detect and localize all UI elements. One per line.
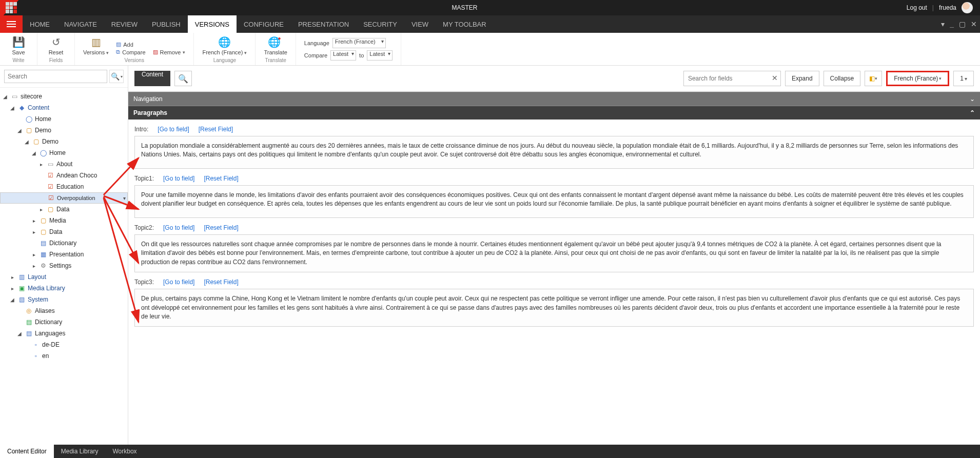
go-to-field-link[interactable]: [Go to field]: [163, 175, 194, 182]
compare-version-button[interactable]: ⧉ Compare: [116, 49, 145, 55]
tree-node-de-de[interactable]: ▫de-DE: [0, 339, 128, 350]
language-select[interactable]: French (France): [332, 38, 386, 48]
tree-node-home[interactable]: ◢◯Home: [0, 147, 128, 158]
tree-node-data[interactable]: ▸▢Data: [0, 204, 128, 215]
close-icon[interactable]: ✕: [971, 20, 977, 28]
tree-node-aliases[interactable]: ◎Aliases: [0, 305, 128, 316]
tree-node-home[interactable]: ◯Home: [0, 113, 128, 125]
reset-button[interactable]: ↺ Reset: [46, 36, 66, 55]
menu-tab-home[interactable]: HOME: [23, 15, 57, 33]
tree-node-languages[interactable]: ◢▤Languages: [0, 328, 128, 339]
collapse-icon[interactable]: ◢: [9, 105, 15, 111]
bottom-tab-workbox[interactable]: Workbox: [105, 445, 144, 458]
menu-tab-presentation[interactable]: PRESENTATION: [291, 15, 356, 33]
expand-icon[interactable]: ▸: [31, 252, 37, 257]
field-value[interactable]: On dit que les ressources naturelles son…: [134, 234, 974, 272]
avatar[interactable]: [962, 2, 973, 13]
field-value[interactable]: De plus, certains pays comme la Chine, H…: [134, 289, 974, 327]
compare-to-select[interactable]: Latest: [367, 50, 393, 61]
expand-icon[interactable]: ▸: [38, 162, 44, 167]
tree-search-input[interactable]: [4, 70, 107, 83]
tree-node-dictionary[interactable]: ▤Dictionary: [0, 237, 128, 249]
go-to-field-link[interactable]: [Go to field]: [163, 224, 194, 231]
remove-version-button[interactable]: ▨Remove▾: [153, 49, 186, 55]
content-language-picker[interactable]: French (France)▾: [886, 71, 949, 86]
tree-node-andean-choco[interactable]: ☑Andean Choco: [0, 170, 128, 181]
tree-node-media-library[interactable]: ▸▣Media Library: [0, 283, 128, 294]
menu-tab-versions[interactable]: VERSIONS: [188, 15, 237, 33]
reset-field-link[interactable]: [Reset Field]: [204, 278, 238, 286]
search-button[interactable]: 🔍 ▾: [109, 70, 124, 83]
content-version-picker[interactable]: 1▾: [953, 71, 974, 86]
menu-tab-navigate[interactable]: NAVIGATE: [57, 15, 104, 33]
chevron-down-icon: ⌄: [970, 95, 975, 103]
maximize-icon[interactable]: ▢: [959, 20, 966, 28]
top-bar: MASTER Log out | frueda: [0, 0, 980, 15]
compare-from-select[interactable]: Latest: [330, 50, 356, 61]
expand-icon[interactable]: ▸: [31, 263, 37, 269]
collapse-icon[interactable]: ◢: [16, 128, 23, 133]
tree-node-demo[interactable]: ◢▢Demo: [0, 136, 128, 147]
menu-tab-publish[interactable]: PUBLISH: [145, 15, 188, 33]
expand-icon[interactable]: ▸: [38, 207, 44, 212]
logout-link[interactable]: Log out: [907, 4, 927, 11]
translate-button[interactable]: 🌐● Translate: [264, 36, 287, 55]
tree-node-layout[interactable]: ▸▥Layout: [0, 271, 128, 283]
versions-button[interactable]: ▥ Versions ▾: [83, 36, 109, 55]
clear-search-icon[interactable]: ✕: [772, 74, 778, 82]
username-link[interactable]: frueda: [939, 4, 956, 11]
menu-tab-security[interactable]: SECURITY: [356, 15, 404, 33]
language-button[interactable]: 🌐 French (France) ▾: [202, 36, 247, 55]
field-search-input[interactable]: [683, 71, 781, 86]
hamburger-menu[interactable]: [0, 15, 23, 33]
collapse-button[interactable]: Collapse: [824, 71, 861, 86]
sys-icon: ▧: [17, 295, 26, 304]
collapse-icon[interactable]: ◢: [31, 150, 37, 156]
bottom-tab-content-editor[interactable]: Content Editor: [0, 445, 54, 458]
menu-tab-configure[interactable]: CONFIGURE: [237, 15, 291, 33]
field-value[interactable]: La population mondiale a considérablemen…: [134, 136, 974, 169]
bottom-tab-media-library[interactable]: Media Library: [54, 445, 106, 458]
expand-icon[interactable]: ▸: [31, 218, 37, 224]
tree-label: sitecore: [21, 93, 42, 100]
section-paragraphs[interactable]: Paragraphs ⌃: [128, 106, 980, 120]
expand-icon[interactable]: ▸: [9, 286, 15, 291]
minimize-icon[interactable]: _: [950, 20, 954, 28]
tree-node-sitecore[interactable]: ◢▭sitecore: [0, 91, 128, 102]
collapse-icon[interactable]: ◢: [2, 94, 8, 99]
tree-node-settings[interactable]: ▸⚙Settings: [0, 260, 128, 271]
validation-button[interactable]: ◧ ▾: [865, 71, 882, 86]
content-search-button[interactable]: 🔍: [174, 71, 192, 86]
expand-button[interactable]: Expand: [785, 71, 819, 86]
tree-node-system[interactable]: ◢▧System: [0, 294, 128, 305]
collapse-icon[interactable]: ◢: [16, 331, 23, 336]
menu-tab-view[interactable]: VIEW: [404, 15, 436, 33]
tree-node-dictionary[interactable]: ▤Dictionary: [0, 316, 128, 328]
add-version-button[interactable]: ▨ Add: [116, 41, 145, 48]
save-button[interactable]: 💾 Save: [8, 36, 29, 55]
reset-field-link[interactable]: [Reset Field]: [199, 126, 233, 133]
collapse-icon[interactable]: ◢: [24, 139, 30, 145]
content-tab[interactable]: Content: [134, 71, 170, 86]
tree-node-about[interactable]: ▸▭About: [0, 158, 128, 170]
tree-node-presentation[interactable]: ▸▦Presentation: [0, 249, 128, 260]
tree-node-education[interactable]: ☑Education: [0, 181, 128, 192]
go-to-field-link[interactable]: [Go to field]: [163, 278, 194, 286]
chevron-down-icon[interactable]: ▾: [941, 20, 945, 28]
tree-node-demo[interactable]: ◢▢Demo: [0, 125, 128, 136]
menu-tab-review[interactable]: REVIEW: [104, 15, 145, 33]
expand-icon[interactable]: ▸: [9, 274, 15, 280]
field-value[interactable]: Pour une famille moyenne dans le monde, …: [134, 185, 974, 218]
menu-tab-my-toolbar[interactable]: MY TOOLBAR: [436, 15, 494, 33]
tree-node-en[interactable]: ▫en: [0, 350, 128, 362]
reset-field-link[interactable]: [Reset Field]: [204, 224, 238, 231]
tree-node-overpopulation[interactable]: ☑Overpopulation: [0, 192, 128, 204]
collapse-icon[interactable]: ◢: [9, 297, 15, 303]
tree-node-data[interactable]: ▸▢Data: [0, 226, 128, 237]
reset-field-link[interactable]: [Reset Field]: [204, 175, 238, 182]
tree-node-media[interactable]: ▸▢Media: [0, 215, 128, 226]
section-navigation[interactable]: Navigation ⌄: [128, 92, 980, 106]
tree-node-content[interactable]: ◢◆Content: [0, 102, 128, 113]
go-to-field-link[interactable]: [Go to field]: [158, 126, 189, 133]
expand-icon[interactable]: ▸: [31, 229, 37, 235]
